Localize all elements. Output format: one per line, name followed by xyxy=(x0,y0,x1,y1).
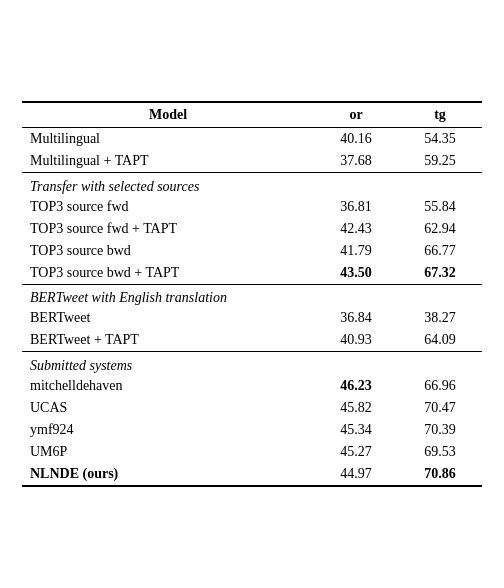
table-row: UCAS45.8270.47 xyxy=(22,397,482,419)
tg-value-cell: 59.25 xyxy=(398,150,482,173)
tg-value-cell: 66.77 xyxy=(398,240,482,262)
table-row: TOP3 source fwd36.8155.84 xyxy=(22,196,482,218)
results-table: Model or tg Multilingual40.1654.35Multil… xyxy=(22,101,482,487)
table-row: NLNDE (ours)44.9770.86 xyxy=(22,463,482,486)
table-row: Multilingual + TAPT37.6859.25 xyxy=(22,150,482,173)
section-header-row: BERTweet with English translation xyxy=(22,285,482,307)
model-cell: TOP3 source bwd + TAPT xyxy=(22,262,314,285)
table-container: Model or tg Multilingual40.1654.35Multil… xyxy=(22,101,482,487)
tg-column-header: tg xyxy=(398,102,482,128)
or-value-cell: 45.27 xyxy=(314,441,398,463)
or-value-cell: 42.43 xyxy=(314,218,398,240)
or-value-cell: 40.16 xyxy=(314,128,398,151)
or-column-header: or xyxy=(314,102,398,128)
or-value-cell: 37.68 xyxy=(314,150,398,173)
model-cell: TOP3 source fwd xyxy=(22,196,314,218)
tg-value-cell: 70.39 xyxy=(398,419,482,441)
model-cell: UCAS xyxy=(22,397,314,419)
section-header-label: Transfer with selected sources xyxy=(22,174,482,196)
tg-value-cell: 66.96 xyxy=(398,375,482,397)
table-row: BERTweet36.8438.27 xyxy=(22,307,482,329)
model-cell: UM6P xyxy=(22,441,314,463)
or-value-cell: 36.84 xyxy=(314,307,398,329)
tg-value-cell: 62.94 xyxy=(398,218,482,240)
or-value-cell: 36.81 xyxy=(314,196,398,218)
section-header-label: Submitted systems xyxy=(22,353,482,375)
model-cell: BERTweet + TAPT xyxy=(22,329,314,352)
section-header-row: Transfer with selected sources xyxy=(22,174,482,196)
model-cell: Multilingual + TAPT xyxy=(22,150,314,173)
model-cell: Multilingual xyxy=(22,128,314,151)
or-value-cell: 45.82 xyxy=(314,397,398,419)
model-column-header: Model xyxy=(22,102,314,128)
table-row: BERTweet + TAPT40.9364.09 xyxy=(22,329,482,352)
tg-value-cell: 38.27 xyxy=(398,307,482,329)
table-row: mitchelldehaven46.2366.96 xyxy=(22,375,482,397)
or-value-cell: 45.34 xyxy=(314,419,398,441)
bottom-border-row xyxy=(22,486,482,487)
model-cell: ymf924 xyxy=(22,419,314,441)
table-header: Model or tg xyxy=(22,102,482,128)
table-row: TOP3 source bwd + TAPT43.5067.32 xyxy=(22,262,482,285)
or-value-cell: 43.50 xyxy=(314,262,398,285)
table-row: Multilingual40.1654.35 xyxy=(22,128,482,151)
model-cell: BERTweet xyxy=(22,307,314,329)
model-cell: TOP3 source bwd xyxy=(22,240,314,262)
model-cell: mitchelldehaven xyxy=(22,375,314,397)
or-value-cell: 46.23 xyxy=(314,375,398,397)
or-value-cell: 41.79 xyxy=(314,240,398,262)
tg-value-cell: 67.32 xyxy=(398,262,482,285)
model-cell: TOP3 source fwd + TAPT xyxy=(22,218,314,240)
tg-value-cell: 54.35 xyxy=(398,128,482,151)
model-cell: NLNDE (ours) xyxy=(22,463,314,486)
tg-value-cell: 64.09 xyxy=(398,329,482,352)
tg-value-cell: 70.47 xyxy=(398,397,482,419)
tg-value-cell: 55.84 xyxy=(398,196,482,218)
section-header-label: BERTweet with English translation xyxy=(22,285,482,307)
tg-value-cell: 70.86 xyxy=(398,463,482,486)
table-row: ymf92445.3470.39 xyxy=(22,419,482,441)
tg-value-cell: 69.53 xyxy=(398,441,482,463)
section-header-row: Submitted systems xyxy=(22,353,482,375)
or-value-cell: 40.93 xyxy=(314,329,398,352)
table-row: TOP3 source fwd + TAPT42.4362.94 xyxy=(22,218,482,240)
table-row: TOP3 source bwd41.7966.77 xyxy=(22,240,482,262)
or-value-cell: 44.97 xyxy=(314,463,398,486)
table-row: UM6P45.2769.53 xyxy=(22,441,482,463)
